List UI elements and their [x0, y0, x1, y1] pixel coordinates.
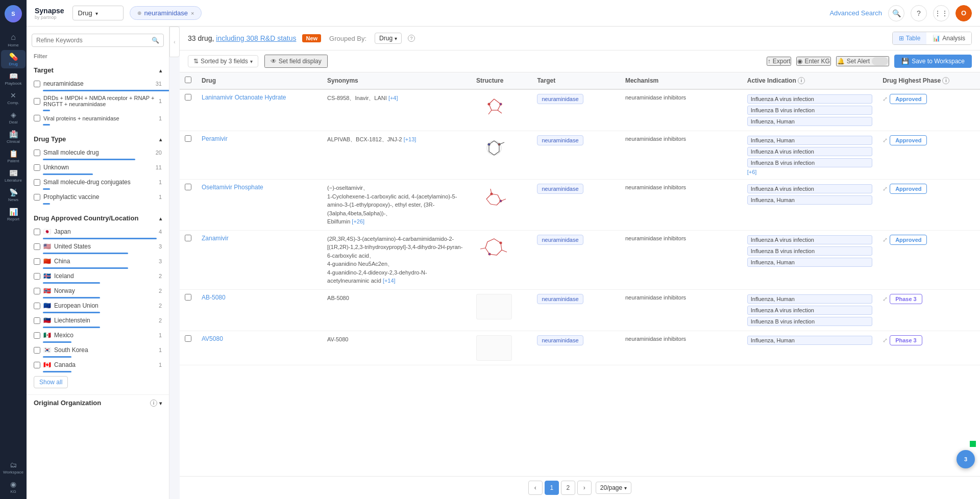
nav-patent[interactable]: 📋 Patent	[1, 147, 26, 165]
nav-kg[interactable]: ◉ KG	[1, 478, 26, 496]
row-checkbox[interactable]	[185, 235, 191, 241]
grouped-by-dropdown[interactable]: Drug	[375, 33, 402, 44]
expand-icon[interactable]: ⤢	[883, 137, 888, 144]
nav-drug[interactable]: 💊 Drug	[1, 50, 26, 68]
filter-vaccine[interactable]: Prophylactic vaccine 1	[27, 191, 169, 203]
small-mol-checkbox[interactable]	[34, 149, 40, 156]
phase-info-icon[interactable]: i	[942, 77, 949, 84]
filter-eu[interactable]: 🇪🇺 European Union 2	[27, 300, 169, 311]
search-icon-btn[interactable]: 🔍	[888, 5, 904, 21]
show-all-button[interactable]: Show all	[34, 376, 68, 388]
neuraminidase-checkbox[interactable]	[34, 81, 40, 87]
page-2-btn[interactable]: 2	[561, 481, 575, 495]
filter-drug-type-header[interactable]: Drug Type	[27, 131, 169, 147]
nav-news[interactable]: 📡 News	[1, 186, 26, 204]
search-tab[interactable]: ⊕ neuraminidase ×	[130, 6, 202, 20]
filter-canada[interactable]: 🇨🇦 Canada 1	[27, 359, 169, 370]
analysis-view-btn[interactable]: 📊 Analysis	[926, 32, 971, 44]
enter-kg-btn[interactable]: ◉ Enter KG	[796, 57, 830, 66]
canada-checkbox[interactable]	[34, 362, 40, 368]
nav-home[interactable]: ⌂ Home	[1, 31, 26, 49]
china-checkbox[interactable]	[34, 258, 40, 265]
drug-name-link[interactable]: Laninamivir Octanoate Hydrate	[202, 94, 286, 101]
next-page-btn[interactable]: ›	[577, 481, 592, 495]
row-checkbox[interactable]	[185, 94, 191, 101]
viral-checkbox[interactable]	[34, 115, 40, 121]
user-avatar[interactable]: O	[955, 5, 972, 21]
filter-japan[interactable]: 🇯🇵 Japan 4	[27, 226, 169, 237]
filter-southkorea[interactable]: 🇰🇷 South Korea 1	[27, 344, 169, 356]
filter-target-viral[interactable]: Viral proteins + neuraminidase 1	[27, 113, 169, 123]
southkorea-checkbox[interactable]	[34, 347, 40, 354]
row-checkbox[interactable]	[185, 335, 191, 342]
expand-icon[interactable]: ⤢	[883, 185, 888, 192]
filter-org-header[interactable]: Original Organization i	[27, 394, 169, 411]
filter-small-mol[interactable]: Small molecule drug 20	[27, 147, 169, 158]
sort-btn[interactable]: ⇅ Sorted by 3 fields	[188, 55, 258, 67]
save-workspace-btn[interactable]: 💾 Save to Workspace	[894, 55, 972, 68]
mexico-checkbox[interactable]	[34, 332, 40, 339]
more-indications[interactable]: [+6]	[747, 169, 872, 175]
iceland-checkbox[interactable]	[34, 273, 40, 280]
advanced-search-link[interactable]: Advanced Search	[829, 9, 882, 17]
unknown-checkbox[interactable]	[34, 164, 40, 171]
data-table-container[interactable]: Drug Synonyms Structure Target Mechanism…	[180, 72, 980, 476]
row-checkbox[interactable]	[185, 135, 191, 142]
tab-close-icon[interactable]: ×	[191, 10, 194, 16]
norway-checkbox[interactable]	[34, 288, 40, 294]
filter-target-header[interactable]: Target	[27, 62, 169, 78]
expand-icon[interactable]: ⤢	[883, 95, 888, 103]
table-view-btn[interactable]: ⊞ Table	[893, 32, 927, 44]
japan-checkbox[interactable]	[34, 229, 40, 235]
row-checkbox[interactable]	[185, 294, 191, 301]
refine-search[interactable]: 🔍	[32, 34, 164, 47]
synonyms-more[interactable]: [+13]	[404, 136, 416, 142]
set-alert-btn[interactable]: 🔔 Set Alert	[836, 56, 889, 66]
vaccine-checkbox[interactable]	[34, 194, 40, 201]
drds-checkbox[interactable]	[34, 98, 40, 105]
expand-icon[interactable]: ⤢	[883, 295, 888, 303]
filter-mexico[interactable]: 🇲🇽 Mexico 1	[27, 330, 169, 341]
row-checkbox[interactable]	[185, 184, 191, 190]
nav-literature[interactable]: 📰 Literature	[1, 166, 26, 185]
filter-liechtenstein[interactable]: 🇱🇮 Liechtenstein 2	[27, 315, 169, 326]
us-checkbox[interactable]	[34, 243, 40, 250]
drug-name-link[interactable]: Peramivir	[202, 135, 228, 142]
help-icon-btn[interactable]: ?	[911, 5, 927, 21]
nav-deal[interactable]: ◈ Deal	[1, 108, 26, 127]
filter-norway[interactable]: 🇳🇴 Norway 2	[27, 285, 169, 296]
filter-country-header[interactable]: Drug Approved Country/Location	[27, 210, 169, 226]
drug-name-link[interactable]: Zanamivir	[202, 235, 229, 242]
filter-target-drds[interactable]: DRDs + IMPDH + NMDA receptor + RNAP + RN…	[27, 93, 169, 109]
filter-unknown[interactable]: Unknown 11	[27, 162, 169, 173]
filter-iceland[interactable]: 🇮🇸 Iceland 2	[27, 270, 169, 282]
drug-name-link[interactable]: Oseltamivir Phosphate	[202, 184, 263, 191]
per-page-select[interactable]: 20/page	[596, 482, 631, 494]
filter-china[interactable]: 🇨🇳 China 3	[27, 256, 169, 267]
org-info-icon[interactable]: i	[150, 400, 157, 407]
drug-name-link[interactable]: AB-5080	[202, 294, 226, 301]
drug-dropdown[interactable]: Drug	[72, 6, 124, 20]
liechtenstein-checkbox[interactable]	[34, 317, 40, 324]
indication-info-icon[interactable]: i	[798, 77, 805, 84]
nav-comp[interactable]: ✕ Comp.	[1, 89, 26, 107]
prev-page-btn[interactable]: ‹	[528, 481, 543, 495]
nav-playbook[interactable]: 📖 Playbook	[1, 69, 26, 88]
expand-icon[interactable]: ⤢	[883, 236, 888, 243]
filter-conjugates[interactable]: Small molecule-drug conjugates 1	[27, 177, 169, 188]
nav-clinical[interactable]: 🏥 Clinical	[1, 128, 26, 146]
synonyms-more[interactable]: [+14]	[383, 278, 396, 284]
export-btn[interactable]: ↑ Export	[767, 57, 792, 66]
eu-checkbox[interactable]	[34, 303, 40, 309]
filter-us[interactable]: 🇺🇸 United States 3	[27, 241, 169, 252]
synonyms-more[interactable]: [+4]	[388, 95, 398, 101]
select-all-checkbox[interactable]	[185, 77, 191, 83]
kg-fab[interactable]: 3	[957, 450, 975, 468]
refine-input[interactable]	[36, 37, 149, 44]
conjugates-checkbox[interactable]	[34, 179, 40, 186]
collapse-filter-btn[interactable]: ‹	[169, 27, 180, 57]
expand-icon[interactable]: ⤢	[883, 337, 888, 344]
grouped-info-icon[interactable]: ?	[408, 35, 415, 42]
field-display-btn[interactable]: 👁 Set field display	[264, 55, 328, 68]
page-1-btn[interactable]: 1	[545, 481, 559, 495]
